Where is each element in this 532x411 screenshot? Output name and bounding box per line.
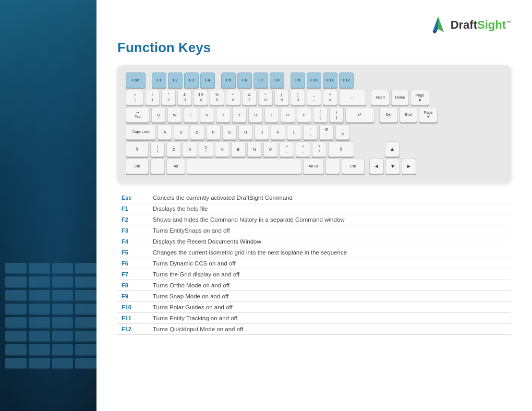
fn-key-label: F2 xyxy=(117,214,149,225)
key-semicolon: :; xyxy=(303,124,318,140)
key-x: X xyxy=(183,141,197,157)
svg-marker-1 xyxy=(438,17,444,32)
key-1: !1 xyxy=(145,90,160,105)
keyboard-row-1: ¬` | !1 "2 £3 $ €4 %5 ^6 &7 *8 (9 )0 _- … xyxy=(126,90,503,105)
key-t: T xyxy=(216,107,231,123)
key-6: ^6 xyxy=(226,90,240,105)
key-u: U xyxy=(248,107,263,123)
function-key-table: EscCancels the currently activated Draft… xyxy=(117,192,511,335)
key-ctrl-left: Ctrl xyxy=(126,159,149,174)
key-3: £3 xyxy=(177,90,192,105)
key-f4: F4 xyxy=(200,72,215,88)
logo: DraftSight™ xyxy=(429,16,511,34)
key-5: %5 xyxy=(210,90,224,105)
key-n: N xyxy=(247,141,262,157)
keyboard-row-0: Esc F1 F2 F3 F4 F5 F6 F7 F8 F9 F10 F11 F… xyxy=(126,72,503,88)
fn-table-row: F5Changes the current isometric grid int… xyxy=(117,247,511,258)
fn-key-description: Turns Polar Guides on and off xyxy=(149,302,511,313)
key-f5: F5 xyxy=(221,72,236,88)
fn-table-row: F1Displays the help file xyxy=(117,203,511,214)
key-j: J xyxy=(255,124,269,140)
key-backtick: ¬` | xyxy=(126,90,143,105)
key-quote: @' xyxy=(319,124,334,140)
key-win-right xyxy=(325,159,340,174)
fn-key-description: Turns Entity Tracking on and off xyxy=(149,313,511,324)
fn-key-label: F7 xyxy=(117,269,149,280)
key-home: Home xyxy=(391,90,409,105)
key-alt-left: Alt xyxy=(166,159,185,174)
key-space xyxy=(187,159,301,174)
key-f8: F8 xyxy=(270,72,284,88)
key-comma: <, xyxy=(280,141,294,157)
key-period: >. xyxy=(296,141,310,157)
key-capslock: Caps Lock xyxy=(126,124,156,140)
key-lbracket: {[ xyxy=(313,107,328,123)
key-enter: ↵ xyxy=(345,107,374,123)
key-shift-left: ⇧ xyxy=(126,141,149,157)
fn-key-label: F3 xyxy=(117,225,149,236)
key-tab: ⇥Tab xyxy=(126,107,150,123)
key-2: "2 xyxy=(161,90,176,105)
fn-key-label: F4 xyxy=(117,236,149,247)
logo-area: DraftSight™ xyxy=(117,16,511,34)
fn-table-row: F12Turns QuickInput Mode on and off xyxy=(117,324,511,335)
key-slash: ?/ xyxy=(312,141,327,157)
fn-key-label: F1 xyxy=(117,203,149,214)
main-content: DraftSight™ Function Keys Esc F1 F2 F3 F… xyxy=(96,0,532,411)
key-d: D xyxy=(190,124,204,140)
key-k: K xyxy=(271,124,285,140)
fn-key-label: Esc xyxy=(117,192,149,203)
fn-key-description: Changes the current isometric grid into … xyxy=(149,247,511,258)
fn-key-description: Displays the help file xyxy=(149,203,511,214)
key-s: S xyxy=(174,124,188,140)
logo-icon xyxy=(429,16,448,34)
fn-key-label: F10 xyxy=(117,302,149,313)
fn-key-description: Shows and hides the Command history in a… xyxy=(149,214,511,225)
fn-table-row: F2Shows and hides the Command history in… xyxy=(117,214,511,225)
key-f3: F3 xyxy=(184,72,199,88)
key-f1: F1 xyxy=(152,72,166,88)
key-8: *8 xyxy=(258,90,273,105)
key-pageup: Page▲ xyxy=(410,90,429,105)
key-h: H xyxy=(238,124,253,140)
fn-key-description: Turns QuickInput Mode on and off xyxy=(149,324,511,335)
key-end: End xyxy=(400,107,417,123)
fn-key-description: Turns Dynamic CCS on and off xyxy=(149,258,511,269)
key-arrow-right: ► xyxy=(402,159,416,174)
key-f2: F2 xyxy=(168,72,183,88)
key-g: G xyxy=(222,124,237,140)
keyboard-row-3: Caps Lock A S D F G H J K L :; @' ~# xyxy=(126,124,503,140)
key-equals: += xyxy=(323,90,337,105)
key-9: (9 xyxy=(274,90,289,105)
fn-table-row: F8Turns Ortho Mode on and off xyxy=(117,280,511,291)
key-z: Z xyxy=(166,141,181,157)
key-f10: F10 xyxy=(307,72,321,88)
key-hash: ~# xyxy=(335,124,350,140)
sidebar-decoration xyxy=(5,263,96,369)
fn-table-row: F11Turns Entity Tracking on and off xyxy=(117,313,511,324)
key-shift-right: ⇧ xyxy=(328,141,354,157)
key-f9: F9 xyxy=(291,72,305,88)
key-insert: Insert xyxy=(371,90,390,105)
key-e: E xyxy=(184,107,198,123)
sidebar xyxy=(0,0,96,411)
key-v: V xyxy=(215,141,229,157)
key-o: O xyxy=(281,107,295,123)
keyboard-diagram: Esc F1 F2 F3 F4 F5 F6 F7 F8 F9 F10 F11 F… xyxy=(117,65,511,183)
fn-table-row: F4Displays the Recent Documents Window xyxy=(117,236,511,247)
key-f7: F7 xyxy=(253,72,268,88)
key-delete: Del xyxy=(379,107,398,123)
key-m: M xyxy=(263,141,278,157)
fn-key-label: F12 xyxy=(117,324,149,335)
fn-key-description: Cancels the currently activated DraftSig… xyxy=(149,192,511,203)
key-f11: F11 xyxy=(323,72,337,88)
key-a: A xyxy=(158,124,172,140)
fn-table-row: EscCancels the currently activated Draft… xyxy=(117,192,511,203)
key-arrow-up: ▲ xyxy=(385,141,400,157)
fn-key-description: Turns the Grid display on and off xyxy=(149,269,511,280)
key-arrow-left: ◄ xyxy=(369,159,384,174)
fn-table-row: F3Turns EntitySnaps on and off xyxy=(117,225,511,236)
key-q: Q xyxy=(151,107,166,123)
fn-key-description: Turns Snap Mode on and off xyxy=(149,291,511,302)
key-y: Y xyxy=(232,107,247,123)
